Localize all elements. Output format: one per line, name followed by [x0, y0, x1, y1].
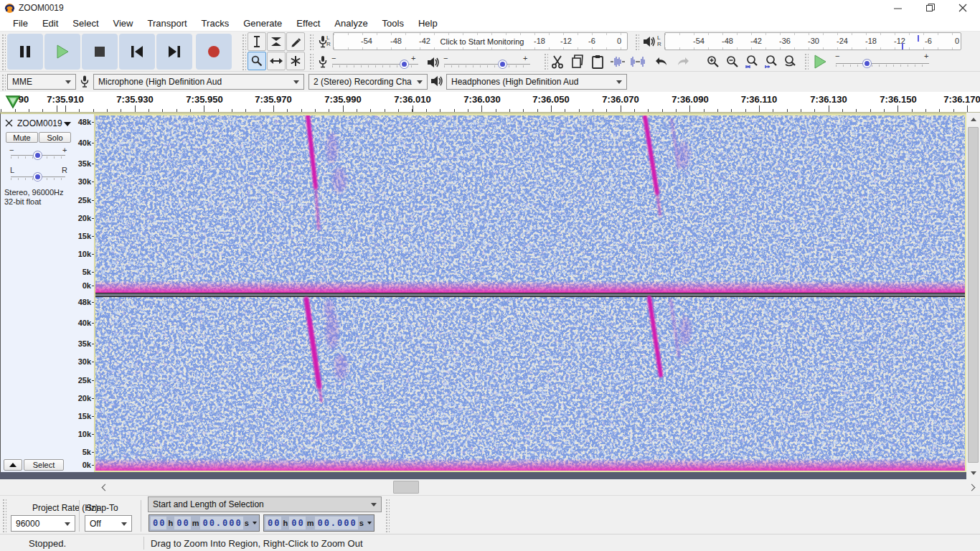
play-meter-speaker-button[interactable] — [640, 32, 659, 50]
zoom-selection-button[interactable] — [743, 52, 761, 70]
device-toolbar-grip[interactable] — [1, 73, 6, 90]
selection-length-field[interactable]: 00h 00m 00.000s — [263, 514, 374, 532]
timeline-pin-button[interactable] — [5, 94, 21, 110]
mute-button[interactable]: Mute — [6, 132, 38, 143]
recording-channels-select[interactable]: 2 (Stereo) Recording Cha — [308, 74, 428, 90]
menu-generate[interactable]: Generate — [236, 17, 289, 30]
menu-analyze[interactable]: Analyze — [327, 17, 374, 30]
record-volume-thumb[interactable] — [400, 60, 408, 68]
project-rate-select[interactable]: 96000 — [11, 515, 75, 532]
skip-to-end-button[interactable] — [156, 34, 192, 70]
audio-track: ZOOM0019 Mute Solo − + L R Stereo, 96000… — [0, 113, 966, 472]
menu-select[interactable]: Select — [65, 17, 105, 30]
field-dropdown-arrow-icon[interactable] — [253, 522, 257, 524]
horizontal-scrollbar-row — [0, 479, 980, 495]
field-dropdown-arrow-icon[interactable] — [367, 522, 372, 524]
gain-thumb[interactable] — [34, 151, 42, 159]
zoom-selection-icon — [745, 55, 758, 69]
track-select-button[interactable]: Select — [24, 459, 64, 471]
start-seconds[interactable]: 00.000 — [200, 517, 242, 529]
record-meter[interactable]: -54 -48 -42 Click to Start Monitoring -1… — [333, 32, 628, 50]
timeline-ruler[interactable]: 90 7:35.910 7:35.930 7:35.950 7:35.970 7… — [0, 92, 980, 113]
timeline-label: 7:35.930 — [116, 94, 153, 105]
multi-tool-button[interactable] — [286, 52, 305, 70]
play-meter[interactable]: -54 -48 -42 -36 -30 -24 -18 -12 -6 0 — [664, 32, 961, 50]
scroll-left-arrow[interactable] — [98, 479, 112, 495]
selection-mode-select[interactable]: Start and Length of Selection — [148, 496, 382, 512]
selection-toolbar-grip[interactable] — [1, 498, 6, 532]
recording-device-select[interactable]: Microphone (High Definition Aud — [93, 74, 304, 90]
scroll-down-arrow[interactable] — [966, 466, 980, 479]
trim-audio-button[interactable] — [608, 52, 627, 70]
redo-button[interactable] — [673, 52, 692, 70]
recording-channels-value: 2 (Stereo) Recording Cha — [314, 77, 412, 87]
skip-to-start-button[interactable] — [119, 34, 155, 70]
play-volume-thumb[interactable] — [499, 60, 507, 68]
tools-toolbar-grip[interactable] — [241, 33, 246, 70]
zoom-out-button[interactable] — [723, 52, 742, 70]
play-at-speed-button[interactable] — [809, 52, 831, 71]
start-hours[interactable]: 00 — [151, 517, 166, 529]
track-format-line2: 32-bit float — [4, 197, 41, 206]
play-button[interactable] — [44, 34, 80, 70]
freq-tick: 40k — [78, 139, 91, 147]
spectrogram-clip[interactable] — [94, 114, 966, 472]
stop-button[interactable] — [82, 34, 118, 70]
play-speed-thumb[interactable] — [863, 60, 871, 67]
scroll-right-arrow[interactable] — [964, 479, 979, 495]
audio-host-select[interactable]: MME — [7, 74, 76, 90]
vertical-scrollbar[interactable] — [966, 113, 980, 479]
selection-start-field[interactable]: 00h 00m 00.000s — [149, 514, 260, 532]
record-button[interactable] — [196, 34, 232, 70]
zoom-in-button[interactable] — [704, 52, 722, 70]
menu-edit[interactable]: Edit — [35, 17, 65, 30]
scroll-up-arrow[interactable] — [966, 113, 980, 126]
length-minutes[interactable]: 00 — [289, 517, 305, 529]
collapse-track-button[interactable] — [4, 459, 22, 471]
timeshift-tool-button[interactable] — [267, 52, 286, 70]
minimize-button[interactable] — [882, 0, 914, 16]
mixer-toolbar-grip[interactable] — [308, 52, 314, 70]
menu-tools[interactable]: Tools — [375, 17, 411, 30]
length-hours[interactable]: 00 — [265, 517, 281, 529]
play-speed-grip[interactable] — [804, 52, 809, 70]
track-close-button[interactable] — [5, 119, 13, 127]
menu-tracks[interactable]: Tracks — [194, 17, 237, 30]
horizontal-scroll-thumb[interactable] — [393, 481, 419, 494]
vertical-scroll-thumb[interactable] — [968, 127, 979, 463]
fit-project-button[interactable] — [762, 52, 781, 70]
solo-button[interactable]: Solo — [39, 132, 71, 143]
menu-effect[interactable]: Effect — [289, 17, 327, 30]
maximize-button[interactable] — [914, 0, 946, 16]
length-seconds[interactable]: 00.000 — [315, 517, 357, 529]
track-title[interactable]: ZOOM0019 — [17, 118, 62, 128]
menu-transport[interactable]: Transport — [140, 17, 194, 30]
draw-tool-button[interactable] — [286, 32, 305, 51]
track-menu-arrow-icon[interactable] — [64, 122, 71, 126]
pause-button[interactable] — [7, 34, 43, 70]
menu-help[interactable]: Help — [411, 17, 445, 30]
copy-button[interactable] — [568, 52, 587, 70]
edit-toolbar-grip[interactable] — [543, 52, 548, 70]
playback-device-select[interactable]: Headphones (High Definition Aud — [446, 74, 627, 90]
dropdown-arrow-icon — [65, 522, 70, 526]
menu-view[interactable]: View — [106, 17, 141, 30]
undo-button[interactable] — [653, 52, 672, 70]
snap-to-select[interactable]: Off — [85, 515, 132, 532]
start-minutes[interactable]: 00 — [174, 517, 190, 529]
envelope-tool-button[interactable] — [267, 32, 286, 51]
close-button[interactable] — [946, 0, 979, 16]
silence-audio-button[interactable] — [628, 52, 647, 70]
frequency-ruler[interactable]: 48k 40k 35k 30k 25k 20k 15k 10k 5k 0k 48… — [75, 114, 94, 472]
menu-file[interactable]: File — [6, 17, 35, 30]
paste-button[interactable] — [588, 52, 607, 70]
record-meter-grip[interactable] — [308, 33, 314, 51]
pan-thumb[interactable] — [34, 173, 42, 181]
time-toolbar-grip[interactable] — [385, 498, 390, 532]
zoom-toggle-button[interactable] — [781, 52, 800, 70]
transport-toolbar-grip[interactable] — [1, 33, 6, 70]
play-meter-grip[interactable] — [634, 33, 639, 51]
cut-button[interactable] — [548, 52, 567, 70]
zoom-tool-button[interactable] — [248, 52, 266, 70]
selection-tool-button[interactable] — [248, 32, 266, 51]
